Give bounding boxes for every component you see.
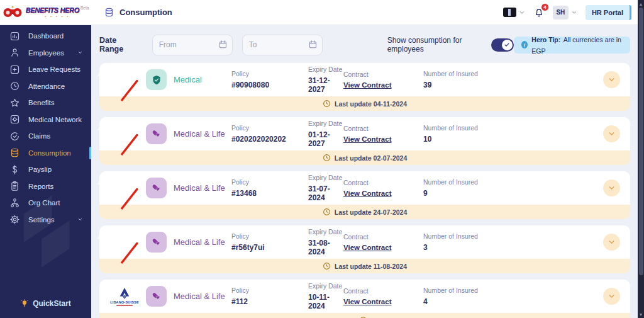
sidebar-item-consumption[interactable]: Consumption (0, 145, 91, 162)
sidebar-item-benefits[interactable]: Benefits (0, 94, 91, 111)
libano-subtext (116, 305, 133, 306)
contract-label: Contract (343, 287, 423, 295)
medical-shield-icon (146, 69, 167, 90)
payslip-icon (8, 164, 21, 175)
policy-number: #020202020202 (231, 135, 308, 144)
medical-life-hearts-icon (146, 123, 167, 144)
employees-icon (8, 47, 21, 58)
sidebar-item-attendance[interactable]: Attendance (0, 78, 91, 95)
policy-label: Policy (231, 124, 308, 132)
policy-card: AXA Medical & Life Policy #r56ty7ui Expi… (99, 225, 630, 273)
medical-network-icon (8, 114, 21, 125)
insured-count: 10 (423, 135, 603, 144)
clock-icon (323, 208, 331, 216)
chevron-down-icon (571, 9, 577, 16)
chevron-down-icon (77, 217, 83, 222)
app-logo[interactable]: BENEFITS HERO Beta • • • • • (0, 6, 91, 19)
notifications-button[interactable]: 4 (533, 7, 545, 18)
brand-name: BENEFITS HERO (26, 7, 79, 14)
date-from-input[interactable] (152, 35, 233, 55)
sidebar-item-medical-network[interactable]: Medical Network (0, 111, 91, 128)
contract-label: Contract (343, 71, 423, 78)
leave-requests-icon (8, 64, 21, 75)
lightning-watermark (18, 195, 74, 271)
insured-count: 9 (423, 189, 603, 198)
expiry-label: Expiry Date (308, 228, 343, 236)
beta-tag: Beta (80, 6, 89, 11)
policy-number: #90908080 (231, 81, 308, 89)
hero-tip-label: Hero Tip: (531, 36, 560, 43)
scrollbar-thumb[interactable] (639, 8, 643, 275)
policy-number: #13468 (231, 189, 308, 198)
insured-label: Number of Insured (423, 124, 603, 132)
view-contract-link[interactable]: View Contract (343, 298, 423, 305)
toggle-label: Show consumption for employees (387, 36, 485, 54)
brand-stars: • • • • • (26, 14, 89, 18)
sidebar-item-employees[interactable]: Employees (0, 45, 91, 62)
clock-icon (323, 99, 331, 108)
libano-suisse-logo: LIBANO-SUISSE (108, 287, 146, 306)
expiry-label: Expiry Date (308, 174, 343, 181)
sidebar-item-reports[interactable]: Reports (0, 178, 91, 195)
user-menu[interactable]: SH (553, 6, 577, 20)
quickstart-button[interactable]: QuickStart (0, 299, 91, 308)
policy-type: Medical & Life (174, 183, 225, 193)
policy-type: Medical & Life (174, 292, 225, 301)
date-to-input[interactable] (242, 35, 323, 55)
last-update-bar (99, 313, 630, 318)
last-update-bar: Last update 02-07-2024 (99, 150, 630, 165)
policy-card: AXA Medical & Life Policy #13468 Expiry … (99, 171, 630, 219)
expiry-date: 10-11-2024 (308, 293, 343, 310)
policy-type: Medical (174, 75, 202, 84)
view-contract-link[interactable]: View Contract (343, 244, 423, 251)
language-selector[interactable] (503, 8, 525, 17)
expand-policy-button[interactable] (603, 125, 620, 142)
sidebar: Dashboard Employees Leave Requests Atten… (0, 25, 91, 318)
insured-count: 4 (423, 297, 603, 306)
view-contract-link[interactable]: View Contract (343, 81, 423, 89)
policy-label: Policy (231, 287, 308, 294)
avatar: SH (553, 6, 569, 20)
employees-consumption-toggle[interactable] (491, 38, 514, 52)
top-header: BENEFITS HERO Beta • • • • • Consumption (0, 0, 638, 25)
insured-count: 39 (423, 81, 603, 89)
expand-policy-button[interactable] (603, 234, 620, 251)
policy-card: LIBANO-SUISSE Medical & Life Policy #112… (99, 280, 630, 318)
last-update-text: Last update 11-08-2024 (335, 263, 407, 270)
policy-type: Medical & Life (174, 129, 225, 139)
view-contract-link[interactable]: View Contract (343, 135, 423, 143)
sidebar-item-claims[interactable]: Claims (0, 128, 91, 145)
hero-tip-banner: i Hero Tip: All currencies are in EGP (514, 37, 630, 54)
policy-label: Policy (231, 178, 308, 186)
expiry-label: Expiry Date (308, 120, 343, 127)
scroll-up-icon[interactable]: ▲ (638, 0, 644, 8)
sidebar-item-dashboard[interactable]: Dashboard (0, 28, 91, 45)
insured-label: Number of Insured (423, 178, 603, 186)
sidebar-item-leave-requests[interactable]: Leave Requests (0, 61, 91, 78)
expand-policy-button[interactable] (603, 71, 620, 88)
policy-number: #r56ty7ui (231, 243, 308, 252)
notification-badge: 4 (541, 3, 549, 11)
medical-life-hearts-icon (146, 286, 167, 307)
info-icon: i (521, 41, 528, 48)
reports-icon (8, 181, 21, 191)
last-update-bar: Last update 24-07-2024 (99, 205, 630, 219)
expand-policy-button[interactable] (603, 179, 620, 196)
contract-label: Contract (343, 233, 423, 241)
last-update-bar: Last update 04-11-2024 (99, 96, 630, 111)
policy-label: Policy (231, 232, 308, 240)
dashboard-icon (8, 31, 21, 42)
insured-label: Number of Insured (423, 70, 603, 77)
scroll-down-icon[interactable]: ▼ (638, 310, 644, 318)
view-contract-link[interactable]: View Contract (343, 190, 423, 197)
policy-card: AXA Medical & Life Policy #020202020202 … (99, 117, 630, 165)
chevron-down-icon (519, 9, 525, 16)
insured-count: 3 (423, 243, 603, 252)
expand-policy-button[interactable] (603, 288, 620, 305)
expiry-date: 01-12-2027 (308, 130, 343, 148)
main-content: Date Range Show consumption for employee… (91, 25, 638, 318)
sidebar-item-payslip[interactable]: Payslip (0, 161, 91, 178)
hr-portal-button[interactable]: HR Portal (586, 5, 631, 20)
vertical-scrollbar[interactable]: ▲ ▼ (638, 0, 644, 318)
insured-label: Number of Insured (423, 287, 603, 294)
